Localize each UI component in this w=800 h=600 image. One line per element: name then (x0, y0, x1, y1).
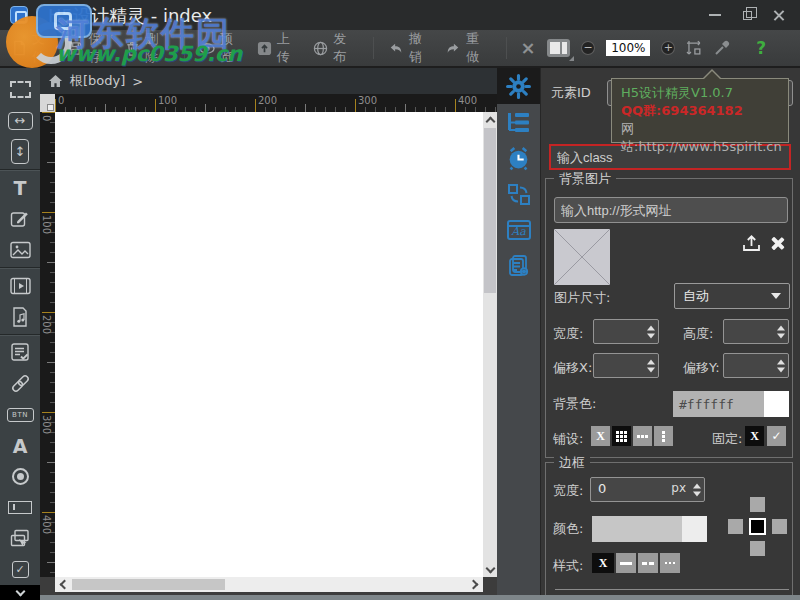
h-scroll-thumb[interactable] (72, 579, 225, 590)
tool-checkbox[interactable]: ✓ (0, 554, 40, 585)
tile-repeat-x-button[interactable] (633, 426, 652, 446)
stepper-up-icon[interactable] (777, 359, 785, 364)
tool-image[interactable] (0, 234, 40, 265)
toolbox-divider (0, 267, 40, 268)
stepper-down-icon[interactable] (647, 333, 655, 338)
bg-offset-x-stepper[interactable] (593, 353, 659, 378)
stepper-down-icon[interactable] (777, 367, 785, 372)
fixed-no-button[interactable]: X (745, 426, 764, 446)
zoom-in-button[interactable]: + (661, 41, 675, 55)
border-style-dashed-button[interactable] (638, 553, 658, 573)
border-style-solid-button[interactable] (616, 553, 636, 573)
eyedropper-icon[interactable] (714, 40, 730, 56)
tool-vertical-resize[interactable]: ↕ (0, 136, 40, 167)
tool-button[interactable]: BTN (0, 399, 40, 430)
layers-icon (10, 529, 30, 549)
border-color-swatch[interactable] (682, 516, 707, 542)
tool-link[interactable] (0, 368, 40, 399)
resize-canvas-icon[interactable] (686, 40, 703, 57)
border-side-bottom-button[interactable] (750, 541, 765, 556)
clear-selection-button[interactable]: × (521, 39, 536, 57)
tab-font[interactable]: Aa (497, 212, 540, 248)
preview-button[interactable]: 预览 (199, 30, 245, 66)
border-side-left-button[interactable] (728, 519, 743, 534)
border-width-stepper[interactable]: 0 px (590, 477, 705, 502)
image-size-select[interactable]: 自动 (674, 283, 790, 309)
tool-input[interactable] (0, 492, 40, 523)
tool-video[interactable] (0, 270, 40, 301)
stepper-down-icon[interactable] (777, 333, 785, 338)
tile-none-button[interactable]: X (591, 426, 610, 446)
tool-text[interactable]: T (0, 172, 40, 203)
remove-image-button[interactable] (768, 235, 786, 251)
stepper-up-icon[interactable] (777, 325, 785, 330)
breadcrumb-root[interactable]: 根[body] (70, 72, 125, 90)
upload-button[interactable]: 上传 (257, 30, 302, 66)
tab-tree[interactable] (497, 104, 540, 140)
help-button[interactable]: ? (756, 38, 766, 58)
fixed-yes-button[interactable]: ✓ (767, 426, 786, 446)
tab-animation[interactable] (497, 140, 540, 176)
toolbox-scroll-more-button[interactable] (0, 585, 40, 600)
scroll-right-button[interactable] (467, 577, 483, 592)
close-button[interactable] (766, 5, 792, 25)
publish-button[interactable]: 发布 (313, 30, 358, 66)
scroll-up-button[interactable] (483, 112, 497, 127)
vertical-scrollbar[interactable] (483, 112, 497, 577)
restore-button[interactable] (734, 5, 760, 25)
home-icon[interactable] (48, 74, 63, 88)
upload-image-button[interactable] (740, 233, 762, 253)
width-label: 宽度: (553, 325, 583, 343)
border-color-value[interactable] (592, 516, 682, 542)
save-button[interactable]: 保存 (68, 30, 113, 66)
delete-button[interactable]: 删除 (125, 30, 170, 66)
tab-transform[interactable] (497, 176, 540, 212)
file-button[interactable]: 文件 (12, 30, 57, 66)
tab-settings[interactable] (497, 68, 540, 104)
border-side-top-button[interactable] (750, 497, 765, 512)
bg-color-picker[interactable]: #ffffff (673, 391, 789, 417)
tool-font[interactable]: A (0, 430, 40, 461)
bg-color-value[interactable]: #ffffff (673, 391, 764, 417)
tool-audio[interactable] (0, 301, 40, 332)
stepper-up-icon[interactable] (693, 483, 701, 488)
tab-clipboard[interactable] (497, 248, 540, 284)
border-side-all-button[interactable] (749, 518, 766, 535)
border-style-dotted-button[interactable] (660, 553, 680, 573)
minimize-button[interactable] (702, 5, 728, 25)
border-style-none-button[interactable]: X (592, 553, 614, 573)
tool-rich-text[interactable] (0, 203, 40, 234)
tool-layers[interactable] (0, 523, 40, 554)
border-color-picker[interactable] (592, 516, 707, 542)
tool-radio[interactable] (0, 461, 40, 492)
v-scroll-thumb[interactable] (484, 128, 496, 293)
device-view-button[interactable] (547, 39, 571, 57)
horizontal-scrollbar[interactable] (55, 577, 483, 592)
stepper-up-icon[interactable] (647, 325, 655, 330)
toolbar-separator (506, 37, 507, 59)
tile-repeat-button[interactable] (612, 426, 631, 446)
chevron-down-icon (771, 293, 781, 299)
undo-button[interactable]: 撤销 (388, 30, 434, 66)
bg-offset-y-stepper[interactable] (723, 353, 789, 378)
bg-color-swatch[interactable] (764, 391, 789, 417)
scroll-left-button[interactable] (55, 577, 71, 592)
tool-div-container[interactable] (0, 74, 40, 105)
image-placeholder[interactable] (554, 229, 610, 285)
image-url-input[interactable] (554, 197, 788, 223)
tile-repeat-y-button[interactable] (654, 426, 673, 446)
redo-button[interactable]: 重做 (445, 30, 491, 66)
stepper-down-icon[interactable] (647, 367, 655, 372)
zoom-level-value[interactable]: 100% (606, 40, 650, 56)
tool-form[interactable] (0, 337, 40, 368)
undo-button-label: 撤销 (409, 30, 434, 66)
border-side-right-button[interactable] (772, 519, 787, 534)
scroll-down-button[interactable] (483, 562, 497, 577)
bg-height-stepper[interactable] (723, 319, 789, 344)
stepper-down-icon[interactable] (693, 491, 701, 496)
bg-width-stepper[interactable] (593, 319, 659, 344)
zoom-out-button[interactable]: − (581, 41, 595, 55)
stepper-up-icon[interactable] (647, 359, 655, 364)
design-canvas[interactable] (55, 112, 483, 577)
tool-horizontal-resize[interactable]: ↔ (0, 105, 40, 136)
